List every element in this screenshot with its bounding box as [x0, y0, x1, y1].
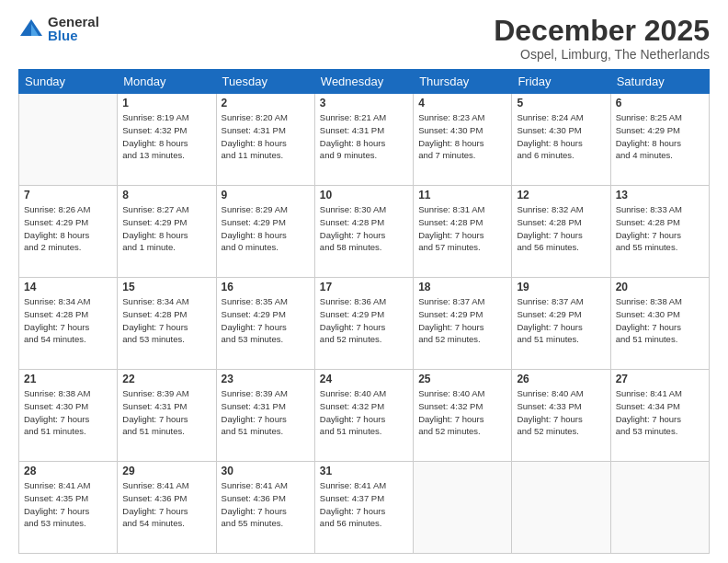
title-block: December 2025 Ospel, Limburg, The Nether… [494, 15, 710, 62]
calendar-cell: 4Sunrise: 8:23 AM Sunset: 4:30 PM Daylig… [414, 94, 512, 186]
calendar-cell: 29Sunrise: 8:41 AM Sunset: 4:36 PM Dayli… [118, 462, 216, 554]
calendar-cell: 11Sunrise: 8:31 AM Sunset: 4:28 PM Dayli… [414, 186, 512, 278]
calendar-cell: 16Sunrise: 8:35 AM Sunset: 4:29 PM Dayli… [216, 278, 314, 370]
day-number: 28 [24, 465, 112, 477]
logo-blue: Blue [48, 29, 99, 42]
cell-info: Sunrise: 8:34 AM Sunset: 4:28 PM Dayligh… [24, 295, 112, 346]
cell-info: Sunrise: 8:41 AM Sunset: 4:36 PM Dayligh… [222, 479, 310, 530]
calendar-cell: 23Sunrise: 8:39 AM Sunset: 4:31 PM Dayli… [216, 370, 314, 462]
title-month: December 2025 [494, 15, 710, 47]
cell-info: Sunrise: 8:40 AM Sunset: 4:33 PM Dayligh… [517, 387, 605, 438]
calendar-cell: 10Sunrise: 8:30 AM Sunset: 4:28 PM Dayli… [314, 186, 413, 278]
day-number: 24 [320, 373, 408, 385]
day-number: 7 [24, 189, 112, 201]
header-row: SundayMondayTuesdayWednesdayThursdayFrid… [19, 70, 710, 94]
day-number: 17 [320, 281, 408, 293]
day-number: 25 [418, 373, 506, 385]
calendar-cell: 22Sunrise: 8:39 AM Sunset: 4:31 PM Dayli… [118, 370, 216, 462]
cell-info: Sunrise: 8:38 AM Sunset: 4:30 PM Dayligh… [616, 295, 704, 346]
col-header-thursday: Thursday [414, 70, 512, 94]
calendar-cell: 27Sunrise: 8:41 AM Sunset: 4:34 PM Dayli… [610, 370, 709, 462]
logo-general: General [48, 15, 99, 29]
col-header-monday: Monday [118, 70, 216, 94]
cell-info: Sunrise: 8:29 AM Sunset: 4:29 PM Dayligh… [222, 203, 310, 254]
calendar-cell: 12Sunrise: 8:32 AM Sunset: 4:28 PM Dayli… [512, 186, 610, 278]
cell-info: Sunrise: 8:41 AM Sunset: 4:34 PM Dayligh… [616, 387, 704, 438]
week-row: 21Sunrise: 8:38 AM Sunset: 4:30 PM Dayli… [19, 370, 710, 462]
day-number: 15 [122, 281, 210, 293]
day-number: 29 [122, 465, 210, 477]
day-number: 16 [222, 281, 310, 293]
cell-info: Sunrise: 8:26 AM Sunset: 4:29 PM Dayligh… [24, 203, 112, 254]
week-row: 1Sunrise: 8:19 AM Sunset: 4:32 PM Daylig… [19, 94, 710, 186]
calendar-cell: 19Sunrise: 8:37 AM Sunset: 4:29 PM Dayli… [512, 278, 610, 370]
week-row: 7Sunrise: 8:26 AM Sunset: 4:29 PM Daylig… [19, 186, 710, 278]
day-number: 30 [222, 465, 310, 477]
day-number: 5 [517, 97, 605, 109]
day-number: 27 [616, 373, 704, 385]
calendar-cell: 3Sunrise: 8:21 AM Sunset: 4:31 PM Daylig… [314, 94, 413, 186]
day-number: 6 [616, 97, 704, 109]
calendar-cell: 15Sunrise: 8:34 AM Sunset: 4:28 PM Dayli… [118, 278, 216, 370]
calendar-cell: 25Sunrise: 8:40 AM Sunset: 4:32 PM Dayli… [414, 370, 512, 462]
calendar-cell [610, 462, 709, 554]
cell-info: Sunrise: 8:21 AM Sunset: 4:31 PM Dayligh… [320, 111, 408, 162]
day-number: 23 [222, 373, 310, 385]
week-row: 28Sunrise: 8:41 AM Sunset: 4:35 PM Dayli… [19, 462, 710, 554]
calendar-cell: 13Sunrise: 8:33 AM Sunset: 4:28 PM Dayli… [610, 186, 709, 278]
calendar-cell [414, 462, 512, 554]
calendar-cell [19, 94, 118, 186]
day-number: 9 [222, 189, 310, 201]
day-number: 1 [122, 97, 210, 109]
day-number: 3 [320, 97, 408, 109]
col-header-friday: Friday [512, 70, 610, 94]
col-header-sunday: Sunday [19, 70, 118, 94]
calendar-cell: 21Sunrise: 8:38 AM Sunset: 4:30 PM Dayli… [19, 370, 118, 462]
calendar-cell: 17Sunrise: 8:36 AM Sunset: 4:29 PM Dayli… [314, 278, 413, 370]
day-number: 20 [616, 281, 704, 293]
calendar-cell: 26Sunrise: 8:40 AM Sunset: 4:33 PM Dayli… [512, 370, 610, 462]
day-number: 21 [24, 373, 112, 385]
cell-info: Sunrise: 8:36 AM Sunset: 4:29 PM Dayligh… [320, 295, 408, 346]
calendar-cell: 20Sunrise: 8:38 AM Sunset: 4:30 PM Dayli… [610, 278, 709, 370]
cell-info: Sunrise: 8:31 AM Sunset: 4:28 PM Dayligh… [418, 203, 506, 254]
calendar-cell: 31Sunrise: 8:41 AM Sunset: 4:37 PM Dayli… [314, 462, 413, 554]
cell-info: Sunrise: 8:19 AM Sunset: 4:32 PM Dayligh… [122, 111, 210, 162]
logo-icon [18, 16, 44, 41]
day-number: 13 [616, 189, 704, 201]
calendar-cell: 6Sunrise: 8:25 AM Sunset: 4:29 PM Daylig… [610, 94, 709, 186]
cell-info: Sunrise: 8:40 AM Sunset: 4:32 PM Dayligh… [418, 387, 506, 438]
week-row: 14Sunrise: 8:34 AM Sunset: 4:28 PM Dayli… [19, 278, 710, 370]
day-number: 10 [320, 189, 408, 201]
calendar-cell: 5Sunrise: 8:24 AM Sunset: 4:30 PM Daylig… [512, 94, 610, 186]
col-header-tuesday: Tuesday [216, 70, 314, 94]
day-number: 4 [418, 97, 506, 109]
logo-text: General Blue [48, 15, 99, 42]
title-location: Ospel, Limburg, The Netherlands [494, 47, 710, 62]
cell-info: Sunrise: 8:35 AM Sunset: 4:29 PM Dayligh… [222, 295, 310, 346]
day-number: 14 [24, 281, 112, 293]
col-header-wednesday: Wednesday [314, 70, 413, 94]
cell-info: Sunrise: 8:23 AM Sunset: 4:30 PM Dayligh… [418, 111, 506, 162]
cell-info: Sunrise: 8:33 AM Sunset: 4:28 PM Dayligh… [616, 203, 704, 254]
calendar-cell: 24Sunrise: 8:40 AM Sunset: 4:32 PM Dayli… [314, 370, 413, 462]
calendar-cell: 28Sunrise: 8:41 AM Sunset: 4:35 PM Dayli… [19, 462, 118, 554]
calendar-cell: 14Sunrise: 8:34 AM Sunset: 4:28 PM Dayli… [19, 278, 118, 370]
col-header-saturday: Saturday [610, 70, 709, 94]
cell-info: Sunrise: 8:41 AM Sunset: 4:35 PM Dayligh… [24, 479, 112, 530]
day-number: 11 [418, 189, 506, 201]
cell-info: Sunrise: 8:20 AM Sunset: 4:31 PM Dayligh… [222, 111, 310, 162]
cell-info: Sunrise: 8:24 AM Sunset: 4:30 PM Dayligh… [517, 111, 605, 162]
day-number: 22 [122, 373, 210, 385]
cell-info: Sunrise: 8:39 AM Sunset: 4:31 PM Dayligh… [222, 387, 310, 438]
calendar-cell: 30Sunrise: 8:41 AM Sunset: 4:36 PM Dayli… [216, 462, 314, 554]
cell-info: Sunrise: 8:27 AM Sunset: 4:29 PM Dayligh… [122, 203, 210, 254]
day-number: 19 [517, 281, 605, 293]
logo: General Blue [18, 15, 99, 42]
calendar-table: SundayMondayTuesdayWednesdayThursdayFrid… [18, 69, 710, 554]
day-number: 12 [517, 189, 605, 201]
cell-info: Sunrise: 8:41 AM Sunset: 4:36 PM Dayligh… [122, 479, 210, 530]
day-number: 26 [517, 373, 605, 385]
header: General Blue December 2025 Ospel, Limbur… [18, 15, 710, 62]
cell-info: Sunrise: 8:34 AM Sunset: 4:28 PM Dayligh… [122, 295, 210, 346]
